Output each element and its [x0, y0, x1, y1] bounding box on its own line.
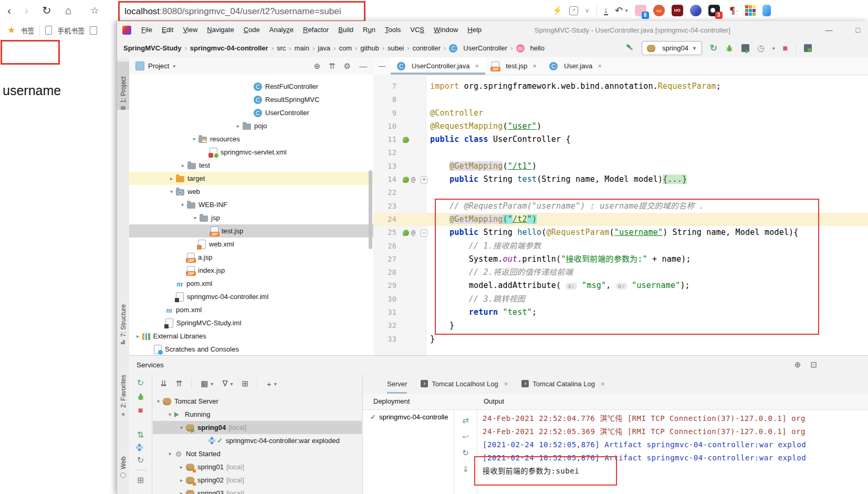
- undo-icon[interactable]: ↶: [615, 5, 623, 16]
- menu-build[interactable]: Build: [333, 21, 358, 39]
- breadcrumb-item-springmvc-study[interactable]: SpringMVC-Study: [123, 44, 182, 52]
- hide-tabs-icon[interactable]: —: [373, 62, 391, 70]
- project-item-test-jsp[interactable]: JSPtest.jsp: [129, 224, 373, 238]
- tool-stripe-favorites[interactable]: ★ 2: Favorites: [117, 367, 129, 418]
- service-item-tomcat-server[interactable]: ▾Tomcat Server: [153, 395, 362, 408]
- line-number[interactable]: 31: [373, 306, 401, 319]
- console-tab-server[interactable]: Server: [387, 374, 407, 394]
- project-item-index-jsp[interactable]: JSPindex.jsp: [129, 264, 373, 277]
- project-item-external-libraries[interactable]: ▸External Libraries: [129, 330, 373, 343]
- line-number[interactable]: 13: [373, 160, 401, 173]
- chevron-right-icon[interactable]: ▸: [133, 333, 142, 339]
- menu-vcs[interactable]: VCS: [405, 21, 429, 39]
- undo-menu-caret-icon[interactable]: ▾: [625, 8, 628, 13]
- favorite-star-icon[interactable]: ☆: [90, 0, 99, 21]
- minimize-icon[interactable]: —: [825, 26, 833, 34]
- console-tab-tomcat-catalina-log[interactable]: ›Tomcat Catalina Log×: [521, 374, 604, 394]
- filter-icon[interactable]: ∇: [222, 379, 227, 388]
- swirl-extension-icon[interactable]: [690, 5, 702, 16]
- editor-tab-user-java[interactable]: CUser.java×: [543, 57, 608, 75]
- chevron-down-icon[interactable]: ▾: [178, 202, 187, 208]
- infinity-extension-icon[interactable]: ∞: [653, 5, 665, 16]
- deployment-item[interactable]: ✓ springmvc-04-controlle: [363, 409, 454, 421]
- line-number[interactable]: 12: [373, 146, 401, 159]
- project-item-pom-xml[interactable]: mpom.xml: [129, 277, 373, 290]
- paragraph-extension-icon[interactable]: ¶→: [727, 5, 738, 16]
- menu-window[interactable]: Window: [429, 21, 463, 39]
- update-application-icon[interactable]: ⇓: [462, 465, 469, 474]
- refresh-deployment-icon[interactable]: ↻: [462, 448, 469, 458]
- menu-file[interactable]: File: [137, 21, 157, 39]
- breadcrumb-item-com[interactable]: com: [339, 44, 352, 52]
- line-number[interactable]: 7: [373, 80, 401, 93]
- grid-extension-icon[interactable]: [745, 5, 756, 16]
- share-icon[interactable]: ↗: [569, 6, 578, 15]
- chevron-down-icon[interactable]: ▾: [165, 451, 174, 457]
- code-line-32[interactable]: 32 }: [373, 319, 868, 332]
- phone-icon[interactable]: [45, 26, 52, 35]
- project-panel-title[interactable]: Project: [148, 62, 169, 70]
- add-caret-icon[interactable]: ▾: [274, 381, 277, 387]
- cat-extension-icon[interactable]: 8: [635, 5, 646, 16]
- code-line-7[interactable]: 7import org.springframework.web.bind.ann…: [373, 80, 868, 93]
- profiler-caret-icon[interactable]: ▾: [772, 46, 775, 51]
- breadcrumb-item-hello[interactable]: mhello: [516, 44, 545, 53]
- build-hammer-icon[interactable]: [625, 44, 634, 53]
- breadcrumb-item-usercontroller[interactable]: CUserController: [449, 44, 507, 53]
- line-number[interactable]: 25: [373, 226, 401, 239]
- reader-extension-icon[interactable]: 3: [708, 5, 720, 16]
- code-line-8[interactable]: 8: [373, 93, 868, 106]
- breadcrumb-item-main[interactable]: main: [295, 44, 309, 52]
- gear-icon[interactable]: ⚙: [344, 61, 351, 71]
- code-line-27[interactable]: 27 System.out.println("接收到前端的参数为:" + nam…: [373, 253, 868, 266]
- editor-tab-test-jsp[interactable]: JSPtest.jsp×: [485, 57, 543, 75]
- spring-bean-gutter-icon[interactable]: [403, 137, 409, 143]
- chevron-right-icon[interactable]: ▸: [167, 176, 176, 181]
- line-number[interactable]: 10: [373, 120, 401, 133]
- filter-caret-icon[interactable]: ▾: [230, 381, 233, 387]
- close-tab-icon[interactable]: ×: [601, 380, 605, 388]
- line-number[interactable]: 32: [373, 319, 401, 332]
- refresh-icon[interactable]: ↻: [42, 0, 51, 21]
- service-item-running[interactable]: ▾Running: [153, 408, 362, 421]
- debug-button[interactable]: [725, 44, 734, 53]
- project-item-scratches-and-consoles[interactable]: Scratches and Consoles: [129, 343, 373, 355]
- collapse-all-icon[interactable]: ⇈: [329, 61, 336, 71]
- close-tab-icon[interactable]: ×: [475, 62, 479, 70]
- line-number[interactable]: 24: [373, 213, 401, 226]
- chevron-right-icon[interactable]: ▸: [177, 490, 186, 494]
- menu-analyze[interactable]: Analyze: [265, 21, 298, 39]
- breadcrumb-item-controller[interactable]: controller: [413, 44, 441, 52]
- breadcrumb-item-subei[interactable]: subei: [388, 44, 404, 52]
- rollback-icon[interactable]: ↩: [462, 432, 469, 441]
- chevron-right-icon[interactable]: ▸: [179, 162, 187, 168]
- menu-run[interactable]: Run: [358, 21, 380, 39]
- code-line-31[interactable]: 31 return "test";: [373, 306, 868, 319]
- breadcrumb-item-java[interactable]: java: [318, 44, 330, 52]
- line-number[interactable]: 22: [373, 186, 401, 199]
- code-line-30[interactable]: 30 // 3.跳转视图: [373, 293, 868, 306]
- line-number[interactable]: 11: [373, 133, 401, 146]
- locate-file-icon[interactable]: ⊕: [313, 61, 320, 71]
- menu-code[interactable]: Code: [239, 21, 265, 39]
- deploy-icon[interactable]: ⇅: [137, 430, 144, 440]
- code-line-10[interactable]: 10@RequestMapping("user"): [373, 120, 868, 133]
- hide-panel-icon[interactable]: —: [359, 61, 367, 71]
- code-line-25[interactable]: 25@– public String hello(@RequestParam("…: [373, 226, 868, 239]
- breadcrumb-item-springmvc-04-controller[interactable]: springmvc-04-controller: [190, 44, 268, 52]
- code-line-13[interactable]: 13 @GetMapping("/t1"): [373, 160, 868, 173]
- project-item-resultspringmvc[interactable]: CResultSpringMVC: [129, 93, 373, 106]
- group-by-icon[interactable]: ▦: [201, 379, 208, 388]
- line-number[interactable]: 9: [373, 107, 401, 120]
- code-line-29[interactable]: 29 model.addAttribute( s: "msg", o: "use…: [373, 279, 868, 292]
- expand-all-icon[interactable]: ⇊: [160, 379, 167, 388]
- rerun-server-icon[interactable]: ↻: [137, 378, 144, 388]
- project-item-usercontroller[interactable]: CUserController: [129, 106, 373, 119]
- mobile-bookmarks-label[interactable]: 手机书签: [57, 25, 85, 35]
- menu-help[interactable]: Help: [463, 21, 486, 39]
- project-item-target[interactable]: ▸target: [129, 172, 373, 185]
- project-item-test[interactable]: ▸test: [129, 159, 373, 172]
- address-bar[interactable]: localhost:8080/springmvc_04/user/t2?user…: [118, 1, 365, 22]
- chevron-down-icon[interactable]: ▾: [177, 425, 186, 430]
- chevron-down-icon[interactable]: ▾: [154, 398, 163, 404]
